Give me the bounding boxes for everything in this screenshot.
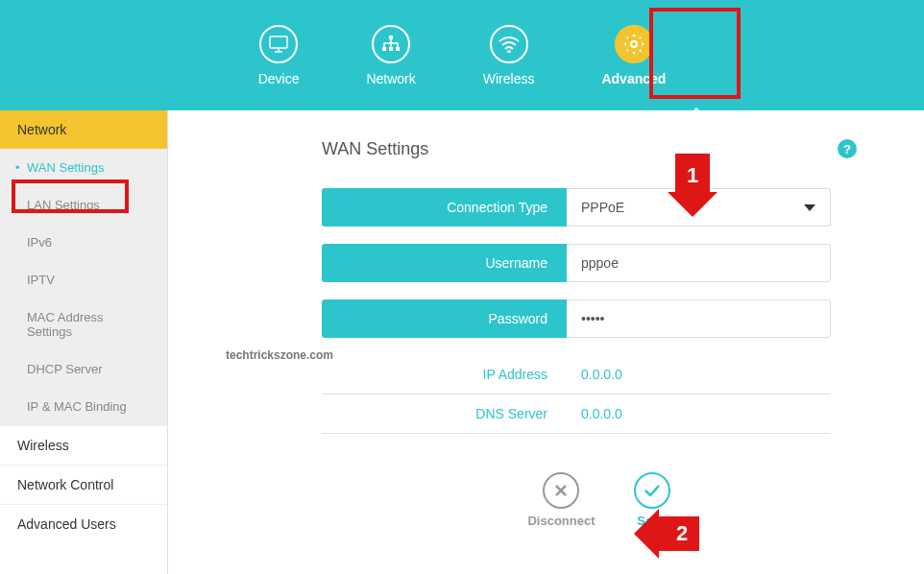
sidebar-section-network-control[interactable]: Network Control — [0, 465, 167, 504]
label-dns-server: DNS Server — [322, 406, 567, 421]
sidebar-item-ip-mac-binding[interactable]: IP & MAC Binding — [0, 388, 167, 425]
sidebar-section-wireless[interactable]: Wireless — [0, 425, 167, 465]
sidebar-item-lan-settings[interactable]: LAN Settings — [0, 186, 167, 224]
gear-icon — [615, 25, 653, 63]
nav-device[interactable]: Device — [258, 25, 300, 86]
input-username-wrapper — [567, 244, 831, 282]
nav-device-label: Device — [258, 71, 300, 86]
svg-rect-3 — [389, 36, 393, 39]
page-title: WAN Settings — [322, 139, 876, 159]
check-icon — [634, 472, 670, 509]
sidebar-section-advanced-users[interactable]: Advanced Users — [0, 504, 167, 543]
value-dns-server: 0.0.0.0 — [567, 406, 622, 421]
nav-network[interactable]: Network — [366, 25, 415, 86]
help-icon[interactable]: ? — [838, 139, 857, 158]
svg-point-7 — [508, 51, 510, 53]
input-username[interactable] — [581, 255, 815, 271]
select-connection-type[interactable]: PPPoE — [567, 188, 831, 227]
field-username: Username — [322, 244, 831, 282]
sidebar-header-network[interactable]: Network — [0, 110, 167, 149]
label-password: Password — [322, 299, 567, 338]
label-username: Username — [322, 244, 567, 282]
main-panel: WAN Settings ? Connection Type PPPoE Use… — [168, 110, 924, 574]
chevron-down-icon — [804, 204, 815, 211]
svg-rect-0 — [270, 36, 287, 48]
select-connection-type-value: PPPoE — [581, 200, 624, 215]
sidebar-item-wan-settings[interactable]: WAN Settings — [0, 149, 167, 186]
label-connection-type: Connection Type — [322, 188, 567, 227]
disconnect-label: Disconnect — [527, 514, 595, 528]
field-password: Password — [322, 299, 831, 338]
info-dns-server: DNS Server 0.0.0.0 — [322, 395, 831, 434]
field-connection-type: Connection Type PPPoE — [322, 188, 831, 227]
save-label: Save — [637, 514, 666, 528]
label-ip-address: IP Address — [322, 367, 567, 382]
sidebar-item-dhcp-server[interactable]: DHCP Server — [0, 350, 167, 388]
sidebar-item-iptv[interactable]: IPTV — [0, 261, 167, 299]
nav-network-label: Network — [366, 71, 415, 86]
nav-advanced[interactable]: Advanced — [601, 25, 666, 86]
value-ip-address: 0.0.0.0 — [567, 367, 622, 382]
input-password[interactable] — [581, 311, 815, 326]
annotation-label-1: 1 — [675, 154, 710, 192]
top-nav: Device Network Wireless Advanced — [0, 0, 924, 110]
svg-rect-4 — [382, 47, 386, 51]
content-area: Network WAN Settings LAN Settings IPv6 I… — [0, 110, 924, 574]
wifi-icon — [490, 25, 528, 63]
sidebar-item-ipv6[interactable]: IPv6 — [0, 224, 167, 261]
svg-rect-6 — [396, 47, 400, 51]
sidebar: Network WAN Settings LAN Settings IPv6 I… — [0, 110, 168, 574]
sidebar-item-mac-address[interactable]: MAC Address Settings — [0, 299, 167, 350]
disconnect-button[interactable]: Disconnect — [527, 472, 595, 528]
input-password-wrapper — [567, 299, 831, 338]
nav-wireless[interactable]: Wireless — [483, 25, 535, 86]
sidebar-group-network: Network WAN Settings LAN Settings IPv6 I… — [0, 110, 167, 425]
svg-rect-5 — [389, 47, 393, 51]
network-icon — [372, 25, 410, 63]
info-ip-address: IP Address 0.0.0.0 — [322, 355, 831, 395]
watermark-text: techtrickszone.com — [226, 348, 333, 362]
actions-row: Disconnect Save — [322, 472, 876, 528]
nav-advanced-label: Advanced — [601, 71, 666, 86]
save-button[interactable]: Save — [634, 472, 670, 528]
monitor-icon — [259, 25, 298, 63]
nav-wireless-label: Wireless — [483, 71, 535, 86]
close-icon — [543, 472, 579, 509]
